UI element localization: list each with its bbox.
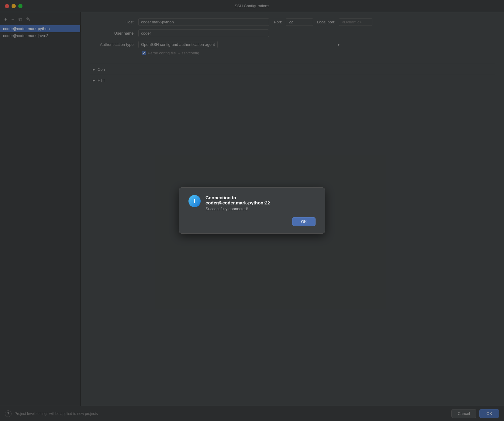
- dialog-header: ! Connection to coder@coder.mark-python:…: [188, 195, 316, 211]
- dialog-footer: OK: [188, 217, 316, 226]
- dialog-info-icon: !: [188, 195, 201, 207]
- dialog-message: Successfully connected!: [205, 207, 316, 211]
- dialog-overlay: ! Connection to coder@coder.mark-python:…: [0, 0, 504, 421]
- dialog-title: Connection to coder@coder.mark-python:22: [205, 195, 316, 205]
- dialog-body: Connection to coder@coder.mark-python:22…: [205, 195, 316, 211]
- success-dialog: ! Connection to coder@coder.mark-python:…: [179, 187, 325, 234]
- dialog-ok-button[interactable]: OK: [292, 217, 316, 226]
